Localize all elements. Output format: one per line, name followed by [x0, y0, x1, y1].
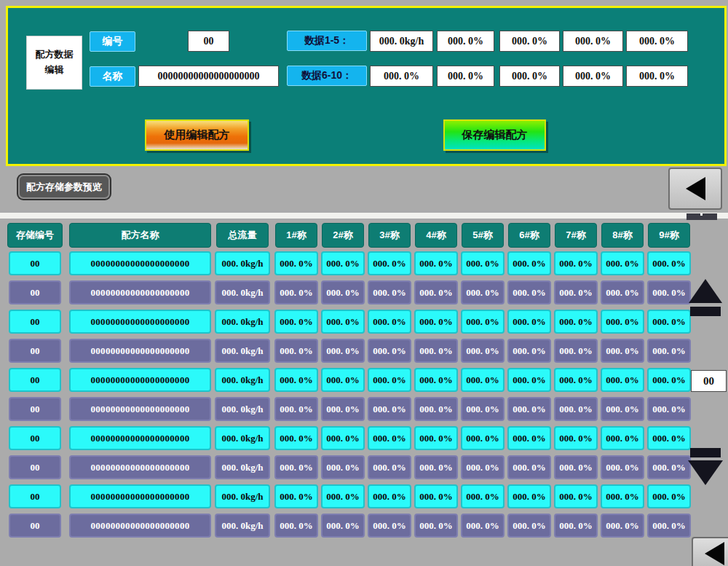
- table-cell-scale-6: 000. 0%: [507, 251, 551, 275]
- table-header-scale-7: 7#称: [555, 223, 597, 248]
- back-button-bottom[interactable]: [692, 537, 728, 566]
- table-cell-total-flow: 000. 0kg/h: [215, 280, 270, 304]
- table-cell-scale-5: 000. 0%: [461, 484, 505, 508]
- table-cell-scale-5: 000. 0%: [461, 339, 505, 363]
- table-cell-scale-3: 000. 0%: [368, 368, 411, 392]
- table-cell-scale-5: 000. 0%: [461, 280, 505, 304]
- table-cell-scale-3: 000. 0%: [368, 514, 411, 538]
- table-cell-scale-6: 000. 0%: [507, 426, 551, 450]
- table-cell-scale-7: 000. 0%: [554, 426, 598, 450]
- back-arrow-icon: [705, 542, 724, 565]
- recipe-storage-table: 存储编号配方名称总流量1#称2#称3#称4#称5#称6#称7#称8#称9#称00…: [0, 0, 728, 566]
- table-cell-scale-2: 000. 0%: [321, 339, 365, 363]
- table-cell-scale-4: 000. 0%: [414, 397, 458, 421]
- table-cell-recipe-name: 00000000000000000000: [69, 368, 211, 392]
- table-cell-scale-7: 000. 0%: [554, 455, 598, 479]
- table-header-store-id: 存储编号: [7, 223, 63, 248]
- arrow-down-bar-icon: [690, 448, 721, 457]
- arrow-up-icon: [689, 279, 722, 303]
- table-cell-scale-6: 000. 0%: [507, 339, 551, 363]
- table-cell-scale-9: 000. 0%: [647, 514, 691, 538]
- table-cell-scale-9: 000. 0%: [647, 397, 691, 421]
- table-cell-total-flow: 000. 0kg/h: [215, 514, 270, 538]
- table-cell-total-flow: 000. 0kg/h: [215, 368, 270, 392]
- table-cell-recipe-name: 00000000000000000000: [69, 310, 211, 334]
- table-cell-scale-5: 000. 0%: [461, 397, 505, 421]
- table-cell-scale-5: 000. 0%: [461, 310, 505, 334]
- table-cell-scale-1: 000. 0%: [274, 310, 318, 334]
- table-header-scale-8: 8#称: [601, 223, 644, 248]
- table-cell-scale-7: 000. 0%: [554, 514, 598, 538]
- table-cell-scale-3: 000. 0%: [368, 397, 411, 421]
- table-cell-total-flow: 000. 0kg/h: [215, 397, 270, 421]
- table-cell-scale-8: 000. 0%: [601, 251, 644, 275]
- table-cell-scale-1: 000. 0%: [274, 514, 318, 538]
- table-cell-scale-9: 000. 0%: [647, 368, 691, 392]
- table-cell-scale-8: 000. 0%: [601, 280, 644, 304]
- table-cell-scale-6: 000. 0%: [507, 368, 551, 392]
- table-cell-scale-5: 000. 0%: [461, 368, 505, 392]
- table-cell-recipe-name: 00000000000000000000: [69, 514, 211, 538]
- table-cell-store-id: 00: [9, 280, 61, 304]
- table-cell-store-id: 00: [9, 397, 61, 421]
- table-cell-recipe-name: 00000000000000000000: [69, 484, 211, 508]
- scroll-down-button[interactable]: [688, 448, 723, 485]
- page-number-field[interactable]: 00: [691, 370, 727, 392]
- table-cell-scale-8: 000. 0%: [601, 484, 644, 508]
- table-cell-scale-4: 000. 0%: [414, 251, 458, 275]
- table-cell-total-flow: 000. 0kg/h: [215, 484, 270, 508]
- table-cell-store-id: 00: [9, 455, 61, 479]
- table-cell-scale-3: 000. 0%: [368, 310, 411, 334]
- table-cell-scale-1: 000. 0%: [274, 397, 318, 421]
- table-cell-scale-4: 000. 0%: [414, 514, 458, 538]
- table-cell-recipe-name: 00000000000000000000: [69, 280, 211, 304]
- table-cell-scale-7: 000. 0%: [554, 397, 598, 421]
- table-cell-scale-2: 000. 0%: [321, 484, 365, 508]
- table-cell-scale-4: 000. 0%: [414, 368, 458, 392]
- scroll-up-button[interactable]: [688, 279, 723, 316]
- table-cell-scale-1: 000. 0%: [274, 368, 318, 392]
- hmi-recipe-screen: 配方数据 编辑 编号 00 数据1-5： 000. 0kg/h 000. 0% …: [0, 0, 728, 566]
- table-cell-scale-7: 000. 0%: [554, 484, 598, 508]
- table-cell-recipe-name: 00000000000000000000: [69, 426, 211, 450]
- table-cell-store-id: 00: [9, 339, 61, 363]
- table-cell-scale-7: 000. 0%: [554, 280, 598, 304]
- table-cell-recipe-name: 00000000000000000000: [69, 251, 211, 275]
- table-header-scale-4: 4#称: [415, 223, 457, 248]
- table-cell-scale-8: 000. 0%: [601, 310, 644, 334]
- table-cell-total-flow: 000. 0kg/h: [215, 310, 270, 334]
- table-cell-scale-7: 000. 0%: [554, 310, 598, 334]
- table-cell-store-id: 00: [9, 484, 61, 508]
- table-cell-scale-9: 000. 0%: [647, 339, 691, 363]
- table-cell-scale-7: 000. 0%: [554, 339, 598, 363]
- table-header-recipe-name: 配方名称: [69, 223, 211, 248]
- arrow-down-icon: [688, 460, 723, 485]
- table-cell-scale-6: 000. 0%: [507, 397, 551, 421]
- table-cell-scale-6: 000. 0%: [507, 514, 551, 538]
- table-cell-scale-9: 000. 0%: [647, 484, 691, 508]
- table-cell-scale-4: 000. 0%: [414, 426, 458, 450]
- table-cell-scale-4: 000. 0%: [414, 280, 458, 304]
- table-cell-scale-3: 000. 0%: [368, 280, 411, 304]
- table-cell-scale-1: 000. 0%: [274, 251, 318, 275]
- table-cell-total-flow: 000. 0kg/h: [215, 251, 270, 275]
- table-header-total-flow: 总流量: [216, 223, 269, 248]
- table-cell-total-flow: 000. 0kg/h: [215, 455, 270, 479]
- table-header-scale-5: 5#称: [462, 223, 504, 248]
- table-cell-scale-8: 000. 0%: [601, 455, 644, 479]
- table-cell-total-flow: 000. 0kg/h: [215, 339, 270, 363]
- arrow-up-bar-icon: [690, 307, 721, 316]
- table-cell-scale-3: 000. 0%: [368, 339, 411, 363]
- table-cell-scale-9: 000. 0%: [647, 310, 691, 334]
- table-cell-scale-3: 000. 0%: [368, 251, 411, 275]
- table-cell-scale-2: 000. 0%: [321, 455, 365, 479]
- table-cell-scale-3: 000. 0%: [368, 426, 411, 450]
- table-cell-scale-9: 000. 0%: [647, 426, 691, 450]
- table-cell-scale-5: 000. 0%: [461, 514, 505, 538]
- table-cell-scale-9: 000. 0%: [647, 280, 691, 304]
- table-cell-scale-8: 000. 0%: [601, 426, 644, 450]
- table-cell-store-id: 00: [9, 426, 61, 450]
- table-header-scale-9: 9#称: [648, 223, 690, 248]
- table-cell-scale-1: 000. 0%: [274, 426, 318, 450]
- table-cell-total-flow: 000. 0kg/h: [215, 426, 270, 450]
